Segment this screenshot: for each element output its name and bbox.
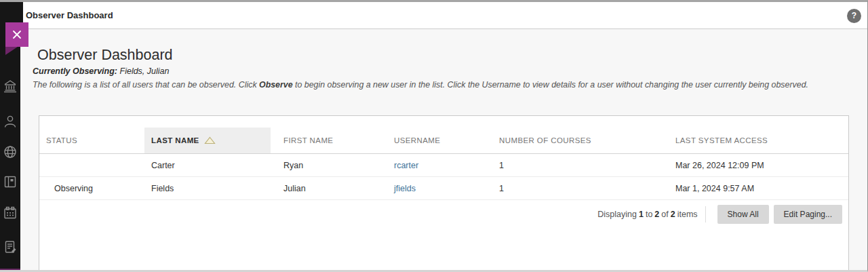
page-description: The following is a list of all users tha… bbox=[33, 80, 808, 90]
cell-status: Observing bbox=[39, 184, 144, 193]
cell-first-name: Julian bbox=[277, 184, 387, 193]
grades-icon[interactable] bbox=[2, 239, 18, 255]
displaying-count-text: Displaying1to2of2items bbox=[597, 210, 699, 219]
window-title: Observer Dashboard bbox=[26, 2, 113, 29]
table-row: Observing Fields Julian jfields 1 Mar 1,… bbox=[39, 177, 848, 200]
close-panel-button[interactable] bbox=[5, 22, 28, 47]
calendar-icon[interactable] bbox=[2, 205, 18, 221]
table-row: Carter Ryan rcarter 1 Mar 26, 2024 12:09… bbox=[39, 154, 848, 177]
sort-ascending-icon bbox=[204, 136, 216, 144]
profile-icon[interactable] bbox=[2, 113, 18, 130]
column-header-last-system-access[interactable]: LAST SYSTEM ACCESS bbox=[669, 128, 848, 153]
total-items-number: 2 bbox=[671, 210, 675, 219]
currently-observing: Currently Observing: Fields, Julian bbox=[33, 66, 169, 76]
observer-dashboard-screen: Observer Dashboard ? bbox=[0, 0, 868, 272]
institution-icon[interactable] bbox=[2, 78, 18, 94]
currently-observing-label: Currently Observing: bbox=[33, 66, 117, 76]
sidebar-bottom-accent bbox=[0, 269, 20, 272]
cell-last-system-access: Mar 26, 2024 12:09 PM bbox=[669, 161, 848, 170]
show-all-button[interactable]: Show All bbox=[717, 205, 769, 224]
cell-last-name: Fields bbox=[144, 184, 277, 193]
column-header-number-of-courses[interactable]: NUMBER OF COURSES bbox=[492, 128, 669, 153]
cell-first-name: Ryan bbox=[277, 161, 387, 170]
courses-icon[interactable] bbox=[2, 174, 18, 190]
column-header-status[interactable]: STATUS bbox=[39, 128, 144, 153]
username-link[interactable]: jfields bbox=[394, 184, 416, 193]
pagination-bar: Displaying1to2of2items Show All Edit Pag… bbox=[39, 200, 848, 228]
edit-paging-button[interactable]: Edit Paging... bbox=[774, 205, 842, 224]
page-title: Observer Dashboard bbox=[37, 47, 173, 64]
pagination-divider bbox=[705, 206, 706, 222]
cell-last-name: Carter bbox=[144, 161, 277, 170]
cell-number-of-courses: 1 bbox=[492, 184, 669, 193]
top-header-bar: Observer Dashboard ? bbox=[23, 2, 867, 29]
username-link[interactable]: rcarter bbox=[394, 161, 418, 170]
column-header-username[interactable]: USERNAME bbox=[387, 128, 492, 153]
close-ribbon-fold bbox=[5, 47, 18, 55]
column-header-first-name[interactable]: FIRST NAME bbox=[277, 128, 387, 153]
close-icon bbox=[12, 29, 22, 40]
globe-icon[interactable] bbox=[2, 144, 18, 160]
page-to-number: 2 bbox=[654, 210, 659, 219]
help-icon[interactable]: ? bbox=[847, 9, 861, 23]
observer-table-panel: STATUS LAST NAME FIRST NAME USERNAME NUM… bbox=[39, 115, 849, 272]
cell-number-of-courses: 1 bbox=[492, 161, 669, 170]
page-from-number: 1 bbox=[639, 210, 644, 219]
currently-observing-value: Fields, Julian bbox=[120, 66, 170, 76]
column-header-last-name-sorted[interactable]: LAST NAME bbox=[144, 128, 271, 153]
table-header-row: STATUS LAST NAME FIRST NAME USERNAME NUM… bbox=[39, 128, 848, 154]
cell-last-system-access: Mar 1, 2024 9:57 AM bbox=[669, 184, 848, 193]
